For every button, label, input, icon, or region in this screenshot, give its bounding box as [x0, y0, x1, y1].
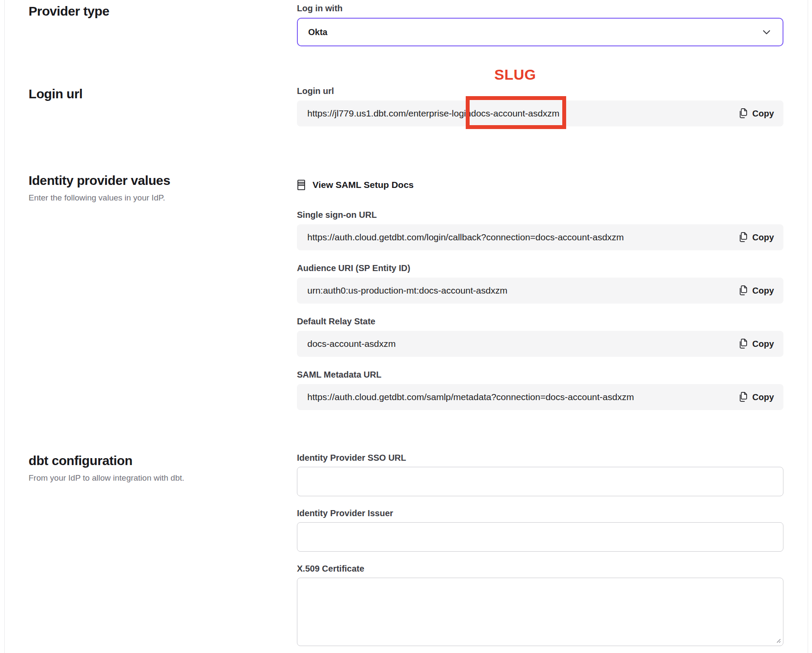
copy-icon — [738, 108, 748, 119]
section-heading-dbt-configuration: dbt configuration — [29, 453, 297, 469]
idp-left-col: Identity provider values Enter the follo… — [29, 173, 297, 410]
identity-provider-values-row: Identity provider values Enter the follo… — [0, 173, 812, 410]
x509-certificate-textarea[interactable] — [297, 578, 783, 646]
login-url-field: https://jl779.us1.dbt.com/enterprise-log… — [297, 100, 783, 126]
login-url-value: https://jl779.us1.dbt.com/enterprise-log… — [307, 108, 559, 119]
dbt-config-right-col: Identity Provider SSO URL Identity Provi… — [297, 453, 783, 646]
idp-issuer-group: Identity Provider Issuer — [297, 508, 783, 552]
x509-certificate-group: X.509 Certificate — [297, 564, 783, 646]
audience-uri-group: Audience URI (SP Entity ID) urn:auth0:us… — [297, 263, 783, 304]
relay-state-value: docs-account-asdxzm — [307, 338, 396, 349]
provider-select-value: Okta — [308, 27, 327, 37]
sso-url-value: https://auth.cloud.getdbt.com/login/call… — [307, 232, 624, 243]
section-heading-login-url: Login url — [29, 86, 297, 102]
idp-sso-url-input[interactable] — [297, 467, 783, 496]
copy-icon — [738, 339, 748, 349]
idp-sso-url-group: Identity Provider SSO URL — [297, 453, 783, 496]
copy-button-label: Copy — [752, 339, 774, 349]
copy-button-label: Copy — [752, 109, 774, 119]
login-url-slug-highlight: SLUG docs-account-asdxzm — [471, 108, 559, 119]
idp-issuer-input[interactable] — [297, 522, 783, 552]
login-url-copy-button[interactable]: Copy — [730, 108, 774, 119]
relay-state-copy-button[interactable]: Copy — [730, 339, 774, 349]
sso-url-field: https://auth.cloud.getdbt.com/login/call… — [297, 224, 783, 250]
audience-uri-copy-button[interactable]: Copy — [730, 285, 774, 296]
content-left-border — [4, 0, 5, 653]
relay-state-label: Default Relay State — [297, 317, 783, 326]
login-url-left-col: Login url — [29, 86, 297, 126]
view-saml-setup-docs-link[interactable]: View SAML Setup Docs — [297, 173, 783, 191]
copy-icon — [738, 232, 748, 242]
dbt-config-subtitle: From your IdP to allow integration with … — [29, 473, 228, 483]
login-with-label: Log in with — [297, 3, 783, 13]
provider-type-left-col: Provider type — [29, 3, 297, 46]
section-heading-provider-type: Provider type — [29, 3, 297, 19]
dbt-configuration-row: dbt configuration From your IdP to allow… — [0, 453, 812, 646]
chevron-down-icon — [763, 30, 770, 35]
copy-button-label: Copy — [752, 392, 774, 402]
sso-url-label: Single sign-on URL — [297, 210, 783, 220]
login-url-row: Login url Login url https://jl779.us1.db… — [0, 86, 812, 126]
content-right-border — [808, 0, 808, 653]
view-saml-setup-docs-label: View SAML Setup Docs — [313, 179, 414, 191]
copy-button-label: Copy — [752, 233, 774, 242]
audience-uri-value: urn:auth0:us-production-mt:docs-account-… — [307, 285, 507, 296]
saml-metadata-label: SAML Metadata URL — [297, 370, 783, 379]
copy-button-label: Copy — [752, 286, 774, 296]
login-url-prefix: https://jl779.us1.dbt.com/enterprise-log… — [307, 108, 471, 118]
provider-type-row: Provider type Log in with Okta — [0, 0, 812, 46]
idp-issuer-label: Identity Provider Issuer — [297, 508, 783, 518]
slug-annotation-label: SLUG — [494, 69, 536, 80]
audience-uri-label: Audience URI (SP Entity ID) — [297, 263, 783, 273]
idp-sso-url-label: Identity Provider SSO URL — [297, 453, 783, 462]
relay-state-group: Default Relay State docs-account-asdxzm … — [297, 317, 783, 357]
saml-metadata-copy-button[interactable]: Copy — [730, 392, 774, 402]
sso-url-copy-button[interactable]: Copy — [730, 232, 774, 242]
provider-select[interactable]: Okta — [297, 18, 783, 46]
login-url-slug: docs-account-asdxzm — [471, 108, 559, 118]
copy-icon — [738, 285, 748, 296]
book-icon — [297, 180, 306, 191]
idp-right-col: View SAML Setup Docs Single sign-on URL … — [297, 173, 783, 410]
relay-state-field: docs-account-asdxzm Copy — [297, 331, 783, 357]
provider-type-right-col: Log in with Okta — [297, 3, 783, 46]
saml-metadata-group: SAML Metadata URL https://auth.cloud.get… — [297, 370, 783, 410]
saml-metadata-field: https://auth.cloud.getdbt.com/samlp/meta… — [297, 384, 783, 410]
copy-icon — [738, 392, 748, 402]
sso-url-group: Single sign-on URL https://auth.cloud.ge… — [297, 210, 783, 250]
login-url-right-col: Login url https://jl779.us1.dbt.com/ente… — [297, 86, 783, 126]
saml-metadata-value: https://auth.cloud.getdbt.com/samlp/meta… — [307, 391, 634, 403]
audience-uri-field: urn:auth0:us-production-mt:docs-account-… — [297, 278, 783, 304]
x509-certificate-label: X.509 Certificate — [297, 564, 783, 573]
idp-section-subtitle: Enter the following values in your IdP. — [29, 193, 228, 203]
login-url-field-label: Login url — [297, 86, 783, 96]
dbt-config-left-col: dbt configuration From your IdP to allow… — [29, 453, 297, 646]
section-heading-idp-values: Identity provider values — [29, 173, 297, 188]
